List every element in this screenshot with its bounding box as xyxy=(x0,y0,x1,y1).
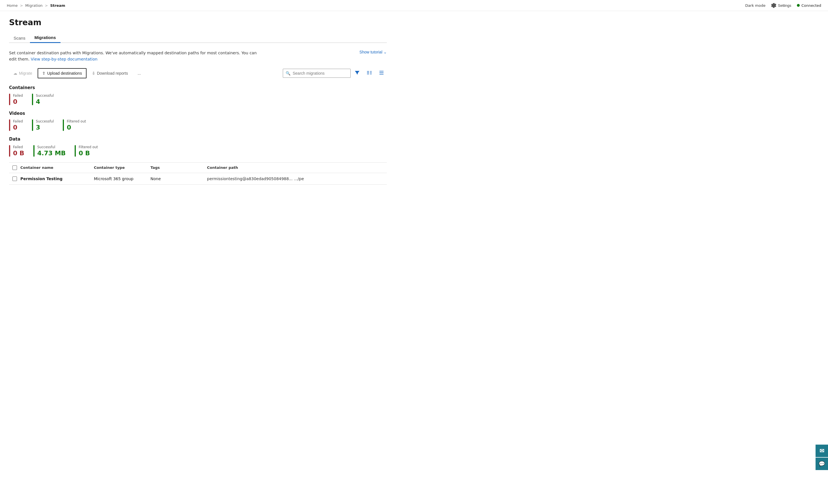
row-container-path: permissiontesting@a830edad905084988... .… xyxy=(207,176,387,181)
breadcrumb-home[interactable]: Home xyxy=(7,3,17,8)
videos-successful: Successful 3 xyxy=(32,119,54,131)
stat-bar-red2 xyxy=(9,119,10,131)
row-container-type: Microsoft 365 group xyxy=(94,176,151,181)
cloud-upload-icon: ☁ xyxy=(13,71,17,76)
search-container: 🔍 xyxy=(283,69,350,78)
download-reports-button[interactable]: ⇩ Download reports xyxy=(88,69,132,78)
chevron-down-icon: ⌄ xyxy=(383,50,387,54)
containers-title: Containers xyxy=(9,85,387,90)
containers-stats-row: Failed 0 Successful 4 xyxy=(9,94,387,105)
stat-bar-green4 xyxy=(33,145,35,157)
breadcrumb-sep1: > xyxy=(20,3,23,8)
videos-title: Videos xyxy=(9,111,387,116)
data-title: Data xyxy=(9,137,387,142)
more-options-button[interactable]: ... xyxy=(133,69,145,78)
containers-stats: Containers Failed 0 Successful 4 xyxy=(9,85,387,105)
containers-successful: Successful 4 xyxy=(32,94,54,105)
more-icon: ... xyxy=(137,71,141,76)
toolbar: ☁ Migrate ⇧ Upload destinations ⇩ Downlo… xyxy=(9,68,387,78)
stat-bar-green3 xyxy=(63,119,64,131)
settings-label: Settings xyxy=(778,3,791,8)
tab-migrations[interactable]: Migrations xyxy=(30,33,60,43)
data-filtered: Filtered out 0 B xyxy=(75,145,98,157)
videos-successful-label: Successful xyxy=(36,119,54,123)
videos-filtered-label: Filtered out xyxy=(67,119,86,123)
docs-link[interactable]: View step-by-step documentation xyxy=(31,57,97,61)
videos-stats: Videos Failed 0 Successful 3 Filtered xyxy=(9,111,387,131)
breadcrumb: Home > Migration > Stream xyxy=(7,3,65,8)
videos-failed-label: Failed xyxy=(13,119,23,123)
stat-bar-green xyxy=(32,94,33,105)
connected-status: Connected xyxy=(797,3,821,8)
header-container-path: Container path xyxy=(207,165,387,170)
top-bar-right: Dark mode Settings Connected xyxy=(745,3,821,8)
row-container-name: Permission Testing xyxy=(20,176,94,181)
breadcrumb-migration[interactable]: Migration xyxy=(25,3,42,8)
group-button[interactable] xyxy=(364,68,375,78)
dark-mode-label: Dark mode xyxy=(745,3,765,8)
containers-failed: Failed 0 xyxy=(9,94,23,105)
data-filtered-label: Filtered out xyxy=(79,145,98,149)
row-tags: None xyxy=(151,176,207,181)
videos-stats-row: Failed 0 Successful 3 Filtered out 0 xyxy=(9,119,387,131)
main-content: Stream Scans Migrations Set container de… xyxy=(0,11,396,192)
videos-failed-value: 0 xyxy=(13,124,23,131)
stat-bar-red3 xyxy=(9,145,10,157)
select-all-checkbox[interactable] xyxy=(12,165,17,170)
containers-successful-label: Successful xyxy=(36,94,54,97)
data-failed-value: 0 B xyxy=(13,150,24,157)
search-input[interactable] xyxy=(283,69,350,78)
stat-bar-red xyxy=(9,94,10,105)
filter-button[interactable] xyxy=(352,68,363,78)
show-tutorial-button[interactable]: Show tutorial ⌄ xyxy=(360,50,387,54)
row-checkbox[interactable] xyxy=(12,176,17,181)
filter-icon xyxy=(355,70,360,75)
data-failed: Failed 0 B xyxy=(9,145,24,157)
stat-bar-green5 xyxy=(75,145,76,157)
stat-bar-green2 xyxy=(32,119,33,131)
tab-scans[interactable]: Scans xyxy=(9,33,30,43)
containers-failed-label: Failed xyxy=(13,94,23,97)
search-icon: 🔍 xyxy=(286,71,290,76)
gear-icon xyxy=(771,3,776,8)
breadcrumb-sep2: > xyxy=(45,3,48,8)
header-container-type: Container type xyxy=(94,165,151,170)
tabs-container: Scans Migrations xyxy=(9,33,387,43)
top-bar: Home > Migration > Stream Dark mode Sett… xyxy=(0,0,828,11)
upload-icon: ⇧ xyxy=(42,71,45,76)
download-icon: ⇩ xyxy=(92,71,95,76)
data-stats: Data Failed 0 B Successful 4.73 MB Fil xyxy=(9,137,387,157)
description-section: Set container destination paths with Mig… xyxy=(9,50,387,62)
header-container-name: Container name xyxy=(20,165,94,170)
columns-icon xyxy=(379,70,384,75)
migrate-button[interactable]: ☁ Migrate xyxy=(9,69,37,78)
videos-successful-value: 3 xyxy=(36,124,54,131)
containers-successful-value: 4 xyxy=(36,98,54,105)
containers-failed-value: 0 xyxy=(13,98,23,105)
columns-button[interactable] xyxy=(376,68,387,78)
videos-failed: Failed 0 xyxy=(9,119,23,131)
table-row: Permission Testing Microsoft 365 group N… xyxy=(9,173,387,185)
row-checkbox-cell xyxy=(9,176,20,181)
settings-button[interactable]: Settings xyxy=(771,3,791,8)
header-tags: Tags xyxy=(151,165,207,170)
breadcrumb-current: Stream xyxy=(50,3,65,8)
table-header: Container name Container type Tags Conta… xyxy=(9,163,387,173)
page-title: Stream xyxy=(9,18,387,27)
data-successful: Successful 4.73 MB xyxy=(33,145,66,157)
group-icon xyxy=(367,70,372,75)
migrations-table: Container name Container type Tags Conta… xyxy=(9,162,387,185)
data-failed-label: Failed xyxy=(13,145,24,149)
data-stats-row: Failed 0 B Successful 4.73 MB Filtered o… xyxy=(9,145,387,157)
upload-destinations-button[interactable]: ⇧ Upload destinations xyxy=(38,68,87,78)
videos-filtered-value: 0 xyxy=(67,124,86,131)
header-checkbox-cell xyxy=(9,165,20,170)
data-filtered-value: 0 B xyxy=(79,150,98,157)
description-text: Set container destination paths with Mig… xyxy=(9,50,263,62)
data-successful-label: Successful xyxy=(37,145,66,149)
connected-dot xyxy=(797,4,800,7)
data-successful-value: 4.73 MB xyxy=(37,150,66,157)
connected-label: Connected xyxy=(801,3,821,8)
videos-filtered: Filtered out 0 xyxy=(63,119,86,131)
